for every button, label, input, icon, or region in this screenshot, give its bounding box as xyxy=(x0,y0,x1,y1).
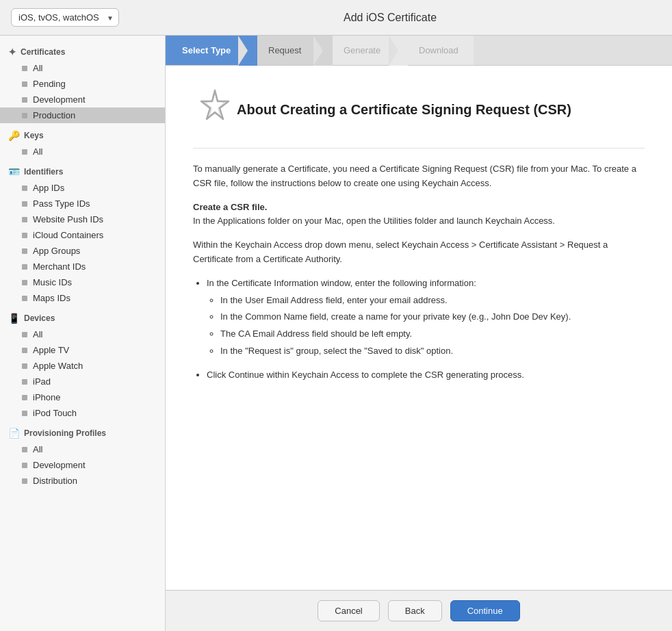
sidebar-item-label: All xyxy=(33,329,42,339)
back-button[interactable]: Back xyxy=(388,600,442,621)
content-area: About Creating a Certificate Signing Req… xyxy=(166,66,672,590)
sidebar-item-cert-pending[interactable]: Pending xyxy=(0,76,165,92)
sidebar-item-label: iPhone xyxy=(33,392,60,402)
sidebar-section-header-keys: 🔑 Keys xyxy=(0,126,165,144)
step-generate[interactable]: Generate xyxy=(323,36,398,65)
sidebar-item-label: All xyxy=(33,444,42,454)
sidebar-item-pass-type-ids[interactable]: Pass Type IDs xyxy=(0,196,165,211)
step-arrow-1 xyxy=(238,36,257,66)
sidebar-section-header-certificates: ✦ Certificates xyxy=(0,42,165,60)
sidebar-item-label: Development xyxy=(33,460,86,470)
list-item-text: In the Certificate Information window, e… xyxy=(207,278,476,288)
sidebar-item-apple-watch[interactable]: Apple Watch xyxy=(0,358,165,374)
dot-icon xyxy=(22,348,27,353)
sidebar-item-profiles-distribution[interactable]: Distribution xyxy=(0,473,165,489)
sidebar-item-label: Maps IDs xyxy=(33,293,70,303)
sidebar-section-label-devices: Devices xyxy=(24,313,55,323)
list-item-1: Click Continue within Keychain Access to… xyxy=(207,368,645,383)
sidebar-section-certificates: ✦ Certificates All Pending Development P… xyxy=(0,42,165,123)
step-select-type[interactable]: Select Type xyxy=(166,36,248,65)
dot-icon xyxy=(22,363,27,369)
sidebar-item-website-push-ids[interactable]: Website Push IDs xyxy=(0,211,165,227)
sidebar-item-iphone[interactable]: iPhone xyxy=(0,389,165,405)
dot-icon xyxy=(22,395,27,400)
dot-icon xyxy=(22,113,27,118)
sidebar-item-merchant-ids[interactable]: Merchant IDs xyxy=(0,259,165,274)
content-body: To manually generate a Certificate, you … xyxy=(193,162,645,383)
sidebar-item-devices-all[interactable]: All xyxy=(0,326,165,342)
sidebar-item-label: Music IDs xyxy=(33,277,72,287)
sub-list-item-2: The CA Email Address field should be lef… xyxy=(220,327,645,342)
dot-icon xyxy=(22,264,27,270)
sidebar-item-label: iPad xyxy=(33,376,51,387)
dot-icon xyxy=(22,411,27,416)
dot-icon xyxy=(22,217,27,222)
sidebar-item-label: iPod Touch xyxy=(33,408,77,418)
platform-selector[interactable]: iOS, tvOS, watchOS macOS ▼ xyxy=(11,8,119,27)
main-layout: ✦ Certificates All Pending Development P… xyxy=(0,36,672,631)
divider xyxy=(193,148,645,149)
sidebar-item-app-ids[interactable]: App IDs xyxy=(0,180,165,196)
dot-icon xyxy=(22,81,27,87)
sidebar-section-identifiers: 🪪 Identifiers App IDs Pass Type IDs Webs… xyxy=(0,162,165,306)
main-content: Select Type Request Generate xyxy=(166,36,672,631)
sidebar-item-label: Distribution xyxy=(33,476,77,486)
sidebar-item-maps-ids[interactable]: Maps IDs xyxy=(0,290,165,306)
continue-button[interactable]: Continue xyxy=(450,600,520,621)
page-title: Add iOS Certificate xyxy=(119,12,661,24)
csr-icon xyxy=(193,88,237,131)
sidebar-item-profiles-development[interactable]: Development xyxy=(0,457,165,473)
sidebar-item-cert-production[interactable]: Production xyxy=(0,107,165,123)
platform-select-input[interactable]: iOS, tvOS, watchOS macOS xyxy=(11,8,119,27)
profile-icon: 📄 xyxy=(8,428,20,439)
sidebar-item-keys-all[interactable]: All xyxy=(0,144,165,159)
sidebar-section-label-keys: Keys xyxy=(24,131,44,140)
sidebar-item-label: Apple TV xyxy=(33,345,69,355)
sidebar-item-cert-development[interactable]: Development xyxy=(0,92,165,107)
intro-paragraph: To manually generate a Certificate, you … xyxy=(193,162,645,191)
sidebar-section-label-certificates: Certificates xyxy=(21,47,65,57)
paragraph-2: Within the Keychain Access drop down men… xyxy=(193,238,645,267)
sidebar-item-label: Apple Watch xyxy=(33,361,83,371)
dot-icon xyxy=(22,463,27,468)
content-header: About Creating a Certificate Signing Req… xyxy=(193,88,645,131)
sidebar-item-ipad[interactable]: iPad xyxy=(0,374,165,389)
sidebar-item-profiles-all[interactable]: All xyxy=(0,441,165,457)
sidebar-item-label: iCloud Containers xyxy=(33,230,103,240)
sub-list-item-0: In the User Email Address field, enter y… xyxy=(220,294,645,308)
step-download[interactable]: Download xyxy=(398,36,474,65)
cancel-button[interactable]: Cancel xyxy=(318,600,379,621)
content-title: About Creating a Certificate Signing Req… xyxy=(237,102,571,118)
dot-icon xyxy=(22,201,27,207)
step-arrow-2 xyxy=(313,36,333,66)
step-label: Download xyxy=(419,45,458,55)
sub-list-item-3: In the "Request is" group, select the "S… xyxy=(220,344,645,359)
dot-icon xyxy=(22,149,27,155)
sidebar-item-label: App IDs xyxy=(33,183,64,193)
sidebar-item-music-ids[interactable]: Music IDs xyxy=(0,274,165,290)
key-icon: 🔑 xyxy=(8,130,20,141)
step-arrow-3 xyxy=(389,36,408,66)
sidebar-section-provisioning: 📄 Provisioning Profiles All Development … xyxy=(0,424,165,489)
dot-icon xyxy=(22,233,27,238)
sidebar-item-cert-all[interactable]: All xyxy=(0,60,165,76)
top-bar: iOS, tvOS, watchOS macOS ▼ Add iOS Certi… xyxy=(0,0,672,36)
sidebar-section-header-devices: 📱 Devices xyxy=(0,309,165,326)
sidebar-item-ipod-touch[interactable]: iPod Touch xyxy=(0,405,165,421)
dot-icon xyxy=(22,332,27,337)
sidebar-item-label: Production xyxy=(33,110,75,120)
sidebar-item-icloud-containers[interactable]: iCloud Containers xyxy=(0,227,165,243)
dot-icon xyxy=(22,248,27,254)
dot-icon xyxy=(22,66,27,71)
dot-icon xyxy=(22,280,27,285)
step-request[interactable]: Request xyxy=(248,36,323,65)
dot-icon xyxy=(22,478,27,484)
sidebar-item-label: Website Push IDs xyxy=(33,214,103,224)
sidebar-item-app-groups[interactable]: App Groups xyxy=(0,243,165,259)
dot-icon xyxy=(22,296,27,301)
sidebar-item-apple-tv[interactable]: Apple TV xyxy=(0,342,165,358)
sidebar-item-label: Pending xyxy=(33,79,66,89)
footer: Cancel Back Continue xyxy=(166,590,672,631)
dot-icon xyxy=(22,97,27,103)
step-label: Generate xyxy=(344,45,380,55)
